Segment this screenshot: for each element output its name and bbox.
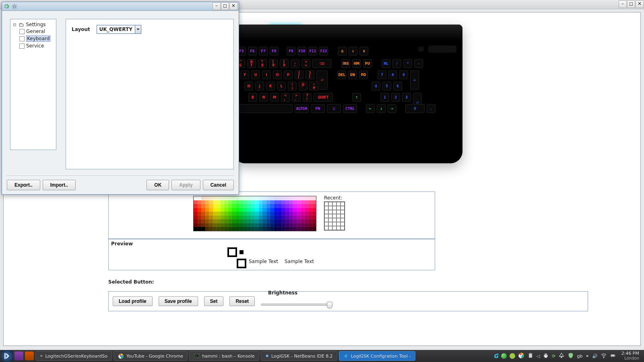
dialog-close-button[interactable]: ✕ (229, 2, 237, 10)
tray-app-g-icon[interactable]: G (493, 353, 498, 359)
preview-panel: Preview Sample Text Sample Text Sample T… (108, 239, 435, 270)
quick-launch-2[interactable] (25, 352, 34, 360)
svg-rect-19 (529, 353, 532, 358)
tray-status-icon[interactable] (510, 353, 515, 359)
minimize-button[interactable]: – (619, 0, 627, 8)
taskbar[interactable]: LogitechGSeriesKeyboardSoYouTube - Googl… (0, 350, 644, 362)
apply-button[interactable]: Apply (171, 180, 200, 190)
svg-text:G: G (344, 354, 347, 358)
preview-label: Preview (111, 241, 133, 247)
svg-point-9 (40, 355, 42, 357)
clock-tz: London (621, 356, 639, 361)
selected-button-label: Selected Button: (108, 279, 154, 285)
gear-icon (3, 3, 10, 10)
dialog-minimize-button[interactable]: – (213, 2, 221, 10)
tray-printer-icon[interactable] (543, 352, 549, 360)
lock-labels: NUM LOCK CAPS LOCK SCROLL LOCK (367, 27, 384, 37)
set-button[interactable]: Set (204, 296, 224, 306)
svg-line-5 (12, 4, 13, 5)
svg-rect-23 (545, 356, 547, 358)
keyboard-illustration: ARX DOCK RELEASE NUM LOCK CAPS LOCK SCRO… (233, 25, 462, 163)
arx-label: ARX DOCK RELEASE (259, 35, 310, 39)
tray-chrome-icon[interactable] (518, 352, 524, 360)
keyboard-glow-strip (269, 25, 301, 27)
layout-value: UK_QWERTY (97, 26, 135, 33)
svg-point-24 (561, 356, 562, 358)
svg-text:>_: >_ (195, 354, 198, 357)
svg-rect-20 (530, 353, 531, 354)
reset-button[interactable]: Reset (229, 296, 255, 306)
svg-rect-27 (615, 355, 615, 356)
recent-label: Recent: (324, 195, 343, 201)
kde-menu-button[interactable] (1, 350, 13, 362)
dialog-titlebar[interactable]: – ◻ ✕ (2, 2, 239, 11)
settings-tree[interactable]: Settings General Keyboard Service (10, 19, 56, 150)
tray-shield-icon[interactable] (568, 352, 574, 360)
recent-colors: Recent: (324, 195, 345, 230)
svg-marker-14 (266, 354, 268, 357)
lower-panels: Recent: Preview Sample Text Sample Text … (108, 191, 435, 312)
svg-rect-22 (545, 353, 547, 354)
tray-expand-icon[interactable]: ◁ (537, 354, 540, 359)
svg-point-25 (603, 357, 604, 358)
clock-time: 2:46 PM (621, 351, 639, 356)
color-picker-panel: Recent: (108, 191, 435, 239)
system-tray[interactable]: G ◁ ⟳ gb ⚭ 🔊 2:46 PM London (493, 351, 644, 361)
chevron-down-icon[interactable] (135, 25, 141, 33)
export-button[interactable]: Export.. (7, 180, 40, 190)
task-netbeans[interactable]: LogiGSK - NetBeans IDE 8.2 (261, 351, 337, 361)
task-chrome[interactable]: YouTube - Google Chrome (114, 351, 188, 361)
recent-grid[interactable] (324, 202, 345, 230)
tree-root-settings[interactable]: Settings (12, 21, 54, 28)
cancel-button[interactable]: Cancel (203, 180, 234, 190)
slider-thumb[interactable] (327, 302, 332, 309)
load-profile-button[interactable]: Load profile (113, 296, 153, 306)
tray-drive-icon[interactable] (558, 352, 565, 360)
close-button[interactable]: ✕ (636, 0, 644, 8)
media-keys: ⏮▶❚❚⏹⏭ (420, 29, 454, 34)
task-gear[interactable]: LogitechGSeriesKeyboardSo (35, 351, 112, 361)
tray-globe-icon[interactable] (501, 353, 507, 359)
task-logigsk[interactable]: GLogiGSK Configration Tool - (339, 351, 415, 361)
tray-clipboard-icon[interactable] (527, 352, 534, 360)
layout-label: Layout (72, 27, 90, 32)
bottom-controls: Load profile Save profile Set Reset Brig… (108, 291, 588, 311)
svg-line-8 (16, 4, 16, 5)
svg-point-11 (120, 355, 122, 357)
tray-network-icon[interactable] (601, 352, 607, 360)
clock[interactable]: 2:46 PM London (619, 351, 642, 361)
settings-dialog: – ◻ ✕ Settings General Keyboard Service … (2, 2, 239, 195)
svg-point-18 (520, 355, 522, 356)
tray-volume-icon[interactable]: 🔊 (592, 354, 598, 359)
quick-launch-1[interactable] (14, 352, 23, 360)
svg-rect-28 (611, 355, 614, 356)
tree-item-general[interactable]: General (19, 28, 54, 35)
color-swatches[interactable] (193, 196, 316, 231)
maximize-button[interactable]: ◻ (627, 0, 635, 8)
tree-item-service[interactable]: Service (19, 43, 54, 49)
tree-item-keyboard[interactable]: Keyboard (19, 35, 54, 42)
svg-point-0 (13, 5, 15, 7)
layout-dropdown[interactable]: UK_QWERTY (97, 25, 141, 34)
tray-update-icon[interactable]: ⟳ (552, 354, 555, 359)
brightness-label: Brightness (268, 290, 331, 296)
ok-button[interactable]: OK (147, 180, 169, 190)
dialog-button-row: Export.. Import.. OK Apply Cancel (7, 180, 234, 190)
gear2-icon (11, 3, 18, 10)
task-konsole[interactable]: >_hammi : bash – Konsole (189, 351, 259, 361)
dialog-maximize-button[interactable]: ◻ (221, 2, 229, 10)
tray-keyboard-layout[interactable]: gb (577, 354, 582, 359)
svg-line-6 (16, 8, 16, 8)
settings-panel: Layout UK_QWERTY (66, 19, 234, 169)
import-button[interactable]: Import.. (43, 180, 76, 190)
save-profile-button[interactable]: Save profile (159, 296, 198, 306)
tray-battery-icon[interactable] (610, 352, 616, 360)
tray-link-icon[interactable]: ⚭ (585, 354, 589, 359)
dialog-separator (7, 175, 234, 176)
brightness-slider[interactable] (261, 304, 331, 306)
volume-roller (428, 45, 456, 53)
svg-line-7 (12, 8, 13, 8)
